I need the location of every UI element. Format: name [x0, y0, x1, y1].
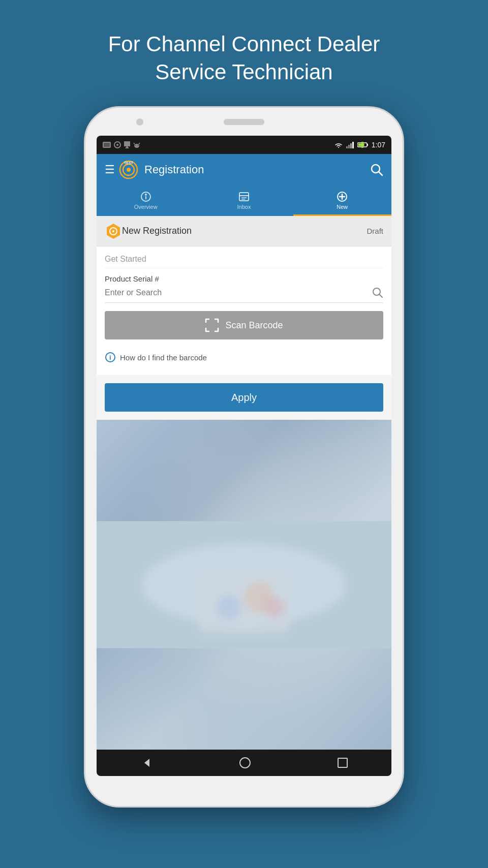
svg-rect-1 — [104, 143, 110, 147]
serial-input-row — [105, 287, 383, 303]
tab-inbox[interactable]: Inbox — [195, 185, 293, 216]
registration-hex-icon — [105, 223, 122, 240]
svg-line-10 — [139, 143, 140, 144]
svg-rect-14 — [352, 142, 354, 148]
nav-back-icon[interactable] — [140, 757, 152, 769]
registration-header: New Registration Draft — [97, 216, 391, 246]
status-bar: 1:07 — [97, 136, 391, 154]
phone-camera — [136, 118, 143, 126]
status-icon-download — [124, 141, 130, 148]
android-nav-bar — [97, 750, 391, 776]
form-area: Get Started Product Serial # — [97, 246, 391, 375]
nav-tabs: Overview Inbox New — [97, 185, 391, 216]
app-header: ☰ TEST Registration — [97, 154, 391, 185]
battery-icon — [357, 142, 369, 148]
hamburger-icon[interactable]: ☰ — [105, 163, 115, 176]
apply-button[interactable]: Apply — [105, 383, 383, 412]
phone-speaker — [224, 119, 264, 125]
signal-icon — [346, 141, 354, 148]
svg-point-37 — [112, 230, 114, 232]
svg-rect-13 — [350, 143, 352, 148]
status-time: 1:07 — [372, 141, 385, 149]
tab-inbox-label: Inbox — [237, 204, 251, 210]
phone-frame: 1:07 ☰ TEST Registration — [84, 106, 404, 808]
svg-point-8 — [138, 145, 139, 146]
info-icon: i — [105, 352, 116, 363]
scan-frame-icon — [205, 318, 219, 332]
svg-rect-11 — [346, 146, 348, 148]
photo-overlay — [97, 420, 391, 750]
tab-new[interactable]: New — [293, 185, 391, 216]
status-icon-android — [133, 141, 140, 148]
svg-text:TEST: TEST — [124, 161, 134, 165]
serial-field-label: Product Serial # — [105, 274, 383, 283]
tab-overview[interactable]: Overview — [97, 185, 195, 216]
search-icon-header[interactable] — [370, 163, 383, 176]
svg-line-9 — [134, 143, 135, 144]
content-area: New Registration Draft Get Started Produ… — [97, 216, 391, 750]
svg-line-40 — [379, 294, 382, 297]
scan-barcode-label: Scan Barcode — [225, 320, 283, 331]
status-icons-left — [103, 141, 140, 148]
registration-title: New Registration — [122, 226, 367, 236]
photo-blur — [97, 420, 391, 750]
search-icon-input[interactable] — [372, 287, 383, 298]
bottom-photo-area — [97, 420, 391, 750]
tab-overview-label: Overview — [134, 204, 158, 210]
inbox-tab-icon — [238, 191, 250, 203]
svg-rect-18 — [361, 142, 363, 148]
nav-home-icon[interactable] — [239, 757, 251, 768]
svg-rect-52 — [198, 572, 290, 633]
app-logo: TEST — [119, 160, 138, 179]
barcode-help-row: i How do I find the barcode — [105, 348, 383, 367]
svg-text:i: i — [109, 354, 111, 361]
form-section-title: Get Started — [105, 255, 383, 268]
overview-tab-icon — [140, 191, 152, 203]
svg-rect-4 — [124, 141, 130, 146]
wifi-icon — [334, 141, 343, 148]
svg-point-6 — [134, 144, 139, 148]
nav-recents-icon[interactable] — [338, 758, 348, 768]
svg-point-3 — [116, 144, 118, 146]
svg-point-26 — [145, 194, 147, 196]
status-icons-right: 1:07 — [334, 141, 385, 149]
phone-top-bar — [85, 108, 403, 136]
svg-marker-53 — [144, 759, 149, 767]
page-background-title: For Channel Connect Dealer Service Techn… — [66, 30, 422, 86]
new-tab-icon — [336, 191, 348, 203]
serial-input[interactable] — [105, 288, 372, 297]
draft-status: Draft — [367, 227, 383, 235]
svg-rect-12 — [348, 145, 350, 148]
app-title: Registration — [144, 163, 370, 176]
status-icon-image — [103, 142, 111, 148]
barcode-help-text: How do I find the barcode — [120, 353, 207, 362]
status-icon-location — [114, 141, 121, 148]
phone-screen: 1:07 ☰ TEST Registration — [97, 136, 391, 776]
scan-barcode-button[interactable]: Scan Barcode — [105, 311, 383, 339]
svg-rect-16 — [367, 144, 368, 146]
svg-point-21 — [127, 168, 131, 172]
svg-point-7 — [135, 145, 136, 146]
svg-line-24 — [379, 172, 382, 175]
tab-new-label: New — [337, 204, 348, 210]
